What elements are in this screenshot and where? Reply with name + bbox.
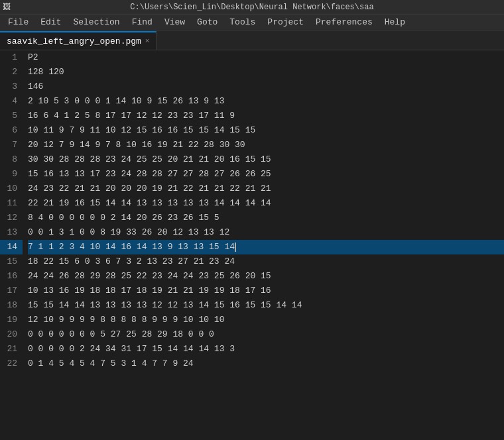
line-number-2: 2: [0, 65, 23, 80]
line-number-10: 10: [0, 182, 23, 196]
menu-item-view[interactable]: View: [159, 16, 190, 28]
code-line-22: 0 1 4 5 4 5 4 7 5 3 1 4 7 7 9 24: [28, 357, 504, 371]
code-line-8: 30 30 28 28 28 23 24 25 25 20 21 21 20 1…: [28, 152, 504, 167]
line-number-21: 21: [0, 342, 23, 357]
line-number-9: 9: [0, 167, 23, 182]
line-number-13: 13: [0, 225, 23, 240]
code-line-20: 0 0 0 0 0 0 0 5 27 25 28 29 18 0 0 0: [28, 327, 504, 342]
code-line-12: 8 4 0 0 0 0 0 0 2 14 20 26 23 26 15 5: [28, 211, 504, 225]
editor-body: 12345678910111213141516171819202122 P212…: [0, 50, 504, 440]
line-number-8: 8: [0, 152, 23, 167]
code-line-2: 128 120: [28, 65, 504, 80]
menu-bar: FileEditSelectionFindViewGotoToolsProjec…: [0, 15, 504, 30]
line-number-6: 6: [0, 123, 23, 138]
tab-label: saavik_left_angry_open.pgm: [7, 36, 141, 46]
line-number-3: 3: [0, 80, 23, 94]
menu-item-find[interactable]: Find: [127, 16, 158, 28]
menu-item-edit[interactable]: Edit: [35, 16, 66, 28]
menu-item-tools[interactable]: Tools: [224, 16, 261, 28]
menu-item-selection[interactable]: Selection: [68, 16, 125, 28]
line-number-18: 18: [0, 298, 23, 313]
line-number-19: 19: [0, 313, 23, 327]
code-line-6: 10 11 9 7 9 11 10 12 15 16 16 15 15 14 1…: [28, 123, 504, 138]
code-editor[interactable]: P2128 1201462 10 5 3 0 0 0 1 14 10 9 15 …: [28, 50, 504, 440]
code-line-9: 15 16 13 13 17 23 24 28 28 27 27 28 27 2…: [28, 167, 504, 182]
code-line-15: 18 22 15 6 0 3 6 7 3 2 13 23 27 21 23 24: [28, 254, 504, 269]
line-number-5: 5: [0, 109, 23, 123]
menu-item-project[interactable]: Project: [262, 16, 309, 28]
line-number-20: 20: [0, 327, 23, 342]
code-line-13: 0 0 1 3 1 0 0 8 19 33 26 20 12 13 13 12: [28, 225, 504, 240]
code-line-17: 10 13 16 19 18 18 17 18 19 21 21 19 19 1…: [28, 284, 504, 298]
code-line-16: 24 24 26 28 29 28 25 22 23 24 24 23 25 2…: [28, 269, 504, 284]
code-line-1: P2: [28, 50, 504, 65]
code-line-19: 12 10 9 9 9 9 8 8 8 8 8 9 9 9 10 10 10: [28, 313, 504, 327]
code-line-21: 0 0 0 0 0 2 24 34 31 17 15 14 14 14 13 3: [28, 342, 504, 357]
line-number-11: 11: [0, 196, 23, 211]
menu-item-preferences[interactable]: Preferences: [310, 16, 378, 28]
line-number-1: 1: [0, 50, 23, 65]
line-number-16: 16: [0, 269, 23, 284]
line-number-22: 22: [0, 357, 23, 371]
code-line-11: 22 21 19 16 15 14 14 13 13 13 13 13 14 1…: [28, 196, 504, 211]
code-line-18: 15 15 14 14 13 13 13 13 12 12 13 14 15 1…: [28, 298, 504, 313]
code-line-10: 24 23 22 21 21 20 20 20 19 21 22 21 21 2…: [28, 182, 504, 196]
app-icon: 🖼: [3, 2, 11, 12]
text-cursor: [235, 243, 236, 252]
code-line-5: 16 6 4 1 2 5 8 17 17 12 12 23 23 17 11 9: [28, 109, 504, 123]
line-numbers: 12345678910111213141516171819202122: [0, 50, 28, 440]
menu-item-file[interactable]: File: [3, 16, 34, 28]
menu-item-help[interactable]: Help: [379, 16, 410, 28]
line-number-12: 12: [0, 211, 23, 225]
active-tab[interactable]: saavik_left_angry_open.pgm ×: [0, 31, 157, 50]
tab-close-button[interactable]: ×: [145, 37, 150, 45]
code-line-7: 20 12 7 9 14 9 7 8 10 16 19 21 22 28 30 …: [28, 138, 504, 152]
menu-item-goto[interactable]: Goto: [192, 16, 223, 28]
title-bar: 🖼 C:\Users\Scien_Lin\Desktop\Neural Netw…: [0, 0, 504, 15]
code-line-4: 2 10 5 3 0 0 0 1 14 10 9 15 26 13 9 13: [28, 94, 504, 109]
line-number-15: 15: [0, 254, 23, 269]
line-number-7: 7: [0, 138, 23, 152]
line-number-4: 4: [0, 94, 23, 109]
tab-bar: saavik_left_angry_open.pgm ×: [0, 30, 504, 50]
code-line-3: 146: [28, 80, 504, 94]
line-number-17: 17: [0, 284, 23, 298]
line-number-14: 14: [0, 240, 23, 254]
code-line-14: 7 1 1 2 3 4 10 14 16 14 13 9 13 13 15 14: [28, 240, 504, 254]
title-text: C:\Users\Scien_Lin\Desktop\Neural Networ…: [130, 3, 373, 12]
